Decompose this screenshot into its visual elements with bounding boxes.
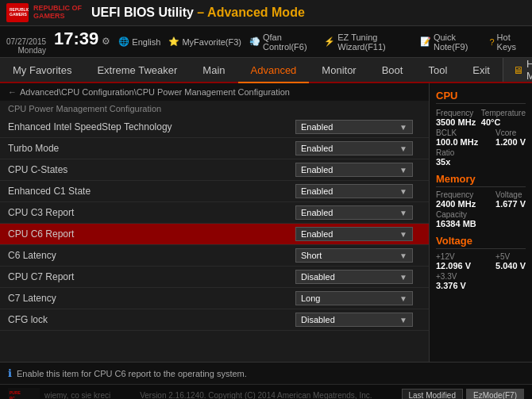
dropdown-cstates[interactable]: Enabled ▼ bbox=[295, 163, 413, 177]
hw-memory-section: Frequency 2400 MHz Voltage 1.677 V Capac… bbox=[436, 190, 526, 228]
hw-freq-value: 3500 MHz bbox=[436, 117, 476, 127]
last-modified-btn[interactable]: Last Modified bbox=[402, 389, 463, 399]
chevron-down-icon: ▼ bbox=[399, 251, 407, 260]
hw-v33-label: +3.3V bbox=[436, 272, 526, 281]
hw-v12-row: +12V 12.096 V +5V 5.040 V bbox=[436, 252, 526, 270]
setting-row-speedstep[interactable]: Enhanced Intel SpeedStep Technology Enab… bbox=[0, 117, 429, 138]
setting-value-turbo[interactable]: Enabled ▼ bbox=[295, 141, 422, 155]
nav-tool[interactable]: Tool bbox=[415, 58, 460, 82]
hw-freq-label: Frequency bbox=[436, 109, 476, 117]
setting-value-c6latency[interactable]: Short ▼ bbox=[295, 248, 422, 263]
svg-text:PC: PC bbox=[10, 396, 15, 400]
nav-right: 🖥 Hardware Monitor bbox=[503, 58, 532, 82]
setting-label-c6report: CPU C6 Report bbox=[0, 225, 295, 243]
setting-value-c6report[interactable]: Enabled ▼ bbox=[295, 227, 422, 241]
chevron-down-icon: ▼ bbox=[399, 144, 407, 153]
setting-value-c1state[interactable]: Enabled ▼ bbox=[295, 184, 422, 198]
setting-row-c1state[interactable]: Enhanced C1 State Enabled ▼ bbox=[0, 181, 429, 202]
hw-mem-freq-row: Frequency 2400 MHz Voltage 1.677 V bbox=[436, 190, 526, 209]
svg-text:PURE: PURE bbox=[10, 390, 21, 395]
hw-ratio-label: Ratio bbox=[436, 148, 526, 157]
setting-row-c3report[interactable]: CPU C3 Report Enabled ▼ bbox=[0, 202, 429, 224]
monitor-icon: 🖥 bbox=[513, 64, 523, 76]
setting-value-c7latency[interactable]: Long ▼ bbox=[295, 291, 422, 305]
setting-value-cfglock[interactable]: Disabled ▼ bbox=[295, 313, 422, 327]
dropdown-cfglock[interactable]: Disabled ▼ bbox=[295, 313, 413, 327]
hw-vcore-value: 1.200 V bbox=[495, 137, 526, 147]
nav-extreme-tweaker[interactable]: Extreme Tweaker bbox=[84, 58, 190, 82]
nav-boot[interactable]: Boot bbox=[369, 58, 416, 82]
back-arrow-icon[interactable]: ← bbox=[8, 87, 17, 97]
chevron-down-icon: ▼ bbox=[399, 209, 407, 217]
svg-text:GAMERS: GAMERS bbox=[10, 12, 28, 17]
hw-v12-label: +12V bbox=[436, 252, 471, 261]
nav-monitor[interactable]: Monitor bbox=[309, 58, 368, 82]
setting-value-speedstep[interactable]: Enabled ▼ bbox=[295, 120, 422, 134]
hw-cpu-freq-section: Frequency 3500 MHz Temperature 40°C BCLK… bbox=[436, 109, 526, 167]
setting-value-c7report[interactable]: Disabled ▼ bbox=[295, 270, 422, 284]
settings-icon[interactable]: ⚙ bbox=[102, 36, 110, 47]
dropdown-c3report[interactable]: Enabled ▼ bbox=[295, 205, 413, 220]
hw-monitor-panel: CPU Frequency 3500 MHz Temperature 40°C … bbox=[429, 83, 532, 362]
nav-main[interactable]: Main bbox=[190, 58, 237, 82]
ez-tuning-btn[interactable]: ⚡ EZ Tuning Wizard(F11) bbox=[324, 33, 412, 52]
setting-label-c3report: CPU C3 Report bbox=[0, 204, 295, 221]
lightning-icon: ⚡ bbox=[324, 36, 335, 47]
qfan-btn[interactable]: 💨 Qfan Control(F6) bbox=[249, 33, 316, 52]
hot-keys-btn[interactable]: ? Hot Keys bbox=[489, 33, 526, 52]
hw-monitor-tab[interactable]: 🖥 Hardware Monitor bbox=[503, 58, 532, 82]
chevron-down-icon: ▼ bbox=[399, 273, 407, 282]
dropdown-c6report[interactable]: Enabled ▼ bbox=[295, 227, 413, 241]
footer-version: Version 2.16.1240. Copyright (C) 2014 Am… bbox=[110, 391, 401, 399]
hw-mem-freq-value: 2400 MHz bbox=[436, 199, 476, 209]
chevron-down-icon: ▼ bbox=[399, 294, 407, 303]
language-selector[interactable]: 🌐 English bbox=[118, 36, 160, 47]
setting-row-cfglock[interactable]: CFG lock Disabled ▼ bbox=[0, 309, 429, 331]
dropdown-c7report[interactable]: Disabled ▼ bbox=[295, 270, 413, 284]
footer-logo-text: wiemy, co sie kreci bbox=[44, 391, 110, 399]
bios-title: UEFI BIOS Utility – Advanced Mode bbox=[91, 6, 305, 20]
rog-logo-icon: REPUBLIC OF GAMERS bbox=[6, 3, 29, 22]
dropdown-c7latency[interactable]: Long ▼ bbox=[295, 291, 413, 305]
setting-label-cstates: CPU C-States bbox=[0, 161, 295, 178]
setting-row-cstates[interactable]: CPU C-States Enabled ▼ bbox=[0, 159, 429, 181]
hw-mem-voltage-value: 1.677 V bbox=[495, 199, 526, 209]
dropdown-c6latency[interactable]: Short ▼ bbox=[295, 248, 413, 263]
hot-keys-label: Hot Keys bbox=[497, 33, 526, 52]
setting-row-c7report[interactable]: CPU C7 Report Disabled ▼ bbox=[0, 267, 429, 288]
pure-pc-logo-icon: PURE PC bbox=[8, 388, 40, 400]
note-icon: 📝 bbox=[420, 36, 431, 47]
hw-freq-row: Frequency 3500 MHz Temperature 40°C bbox=[436, 109, 526, 127]
setting-row-c6report[interactable]: CPU C6 Report Enabled ▼ bbox=[0, 224, 429, 245]
setting-row-c7latency[interactable]: C7 Latency Long ▼ bbox=[0, 288, 429, 309]
globe-icon: 🌐 bbox=[118, 36, 129, 47]
dropdown-c1state[interactable]: Enabled ▼ bbox=[295, 184, 413, 198]
nav-advanced[interactable]: Advanced bbox=[238, 58, 310, 83]
dropdown-turbo[interactable]: Enabled ▼ bbox=[295, 141, 413, 155]
my-favorite-btn[interactable]: ⭐ MyFavorite(F3) bbox=[168, 36, 241, 47]
fan-icon: 💨 bbox=[249, 36, 260, 47]
dropdown-speedstep[interactable]: Enabled ▼ bbox=[295, 120, 413, 134]
info-icon: ℹ bbox=[8, 367, 12, 379]
breadcrumb-path: Advanced\CPU Configuration\CPU Power Man… bbox=[20, 87, 290, 97]
nav-menu: My Favorites Extreme Tweaker Main Advanc… bbox=[0, 58, 532, 83]
hw-cpu-title: CPU bbox=[436, 90, 526, 104]
chevron-down-icon: ▼ bbox=[399, 123, 407, 132]
date-display: 07/27/2015 bbox=[6, 37, 46, 46]
status-bar: ℹ Enable this item for CPU C6 report to … bbox=[0, 362, 532, 384]
quick-note-label: Quick Note(F9) bbox=[434, 33, 482, 52]
nav-my-favorites[interactable]: My Favorites bbox=[0, 58, 84, 82]
status-message: Enable this item for CPU C6 report to th… bbox=[17, 369, 247, 378]
setting-value-c3report[interactable]: Enabled ▼ bbox=[295, 205, 422, 220]
setting-label-speedstep: Enhanced Intel SpeedStep Technology bbox=[0, 118, 295, 136]
ez-mode-btn[interactable]: EzMode(F7) bbox=[466, 389, 524, 399]
left-panel: ← Advanced\CPU Configuration\CPU Power M… bbox=[0, 83, 429, 362]
nav-exit[interactable]: Exit bbox=[460, 58, 503, 82]
setting-label-c6latency: C6 Latency bbox=[0, 247, 295, 264]
hw-v12-value: 12.096 V bbox=[436, 261, 471, 270]
my-favorite-label: MyFavorite(F3) bbox=[182, 37, 241, 47]
setting-row-c6latency[interactable]: C6 Latency Short ▼ bbox=[0, 245, 429, 267]
setting-value-cstates[interactable]: Enabled ▼ bbox=[295, 163, 422, 177]
setting-row-turbo[interactable]: Turbo Mode Enabled ▼ bbox=[0, 138, 429, 159]
quick-note-btn[interactable]: 📝 Quick Note(F9) bbox=[420, 33, 482, 52]
